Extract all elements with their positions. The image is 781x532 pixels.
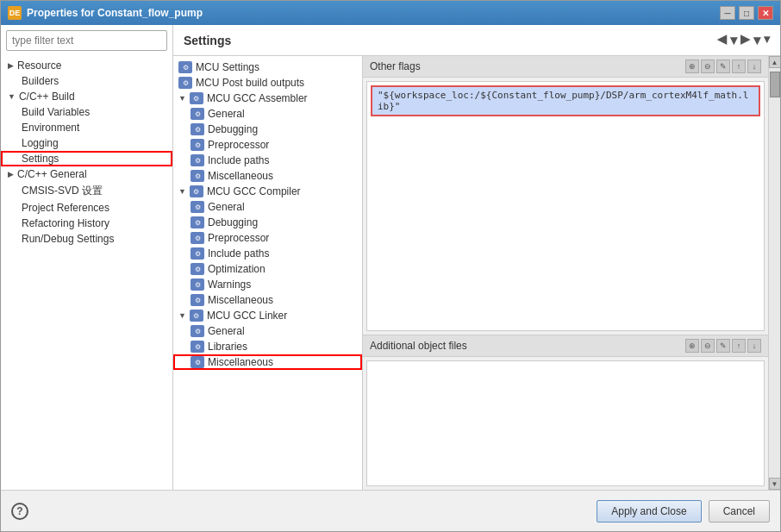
- right-panel: Settings ◀ ▾ ▶ ▾ ▾ ⚙ MCU Settings: [173, 25, 780, 490]
- comp-optimization-icon: ⚙: [191, 263, 204, 275]
- remove-flag-icon[interactable]: ⊖: [701, 59, 715, 73]
- tree-item-builders[interactable]: Builders: [1, 73, 172, 89]
- asm-include-paths-icon: ⚙: [191, 154, 204, 166]
- mid-item-comp-misc[interactable]: ⚙ Miscellaneous: [173, 292, 362, 308]
- mcu-settings-icon: ⚙: [178, 61, 192, 73]
- app-icon: DE: [8, 6, 22, 20]
- mid-item-mcu-assembler[interactable]: ▼ ⚙ MCU GCC Assembler: [173, 91, 362, 106]
- comp-debugging-icon: ⚙: [191, 216, 204, 228]
- comp-general-icon: ⚙: [191, 201, 204, 213]
- comp-include-paths-icon: ⚙: [191, 247, 204, 260]
- cancel-button[interactable]: Cancel: [709, 500, 770, 523]
- asm-misc-icon: ⚙: [191, 170, 204, 182]
- other-flags-icons: ⊕ ⊖ ✎ ↑ ↓: [685, 59, 761, 73]
- mcu-post-build-icon: ⚙: [178, 77, 192, 89]
- right-scrollbar: ▲ ▼: [768, 56, 780, 490]
- main-window: DE Properties for Constant_flow_pump ─ □…: [0, 0, 781, 532]
- comp-warnings-icon: ⚙: [191, 279, 204, 291]
- asm-debugging-icon: ⚙: [191, 123, 204, 135]
- tree-item-environment[interactable]: Environment: [1, 120, 172, 135]
- nav-back-icon[interactable]: ◀: [717, 32, 727, 48]
- additional-header: Additional object files ⊕ ⊖ ✎ ↑ ↓: [363, 335, 768, 357]
- asm-preprocessor-icon: ⚙: [191, 139, 204, 151]
- tree-item-build-variables[interactable]: Build Variables: [1, 104, 172, 120]
- filter-input[interactable]: [6, 30, 167, 51]
- additional-icons: ⊕ ⊖ ✎ ↑ ↓: [685, 339, 761, 353]
- move-down-obj-icon[interactable]: ↓: [747, 339, 761, 353]
- link-misc-icon: ⚙: [191, 356, 204, 368]
- mid-item-comp-preprocessor[interactable]: ⚙ Preprocessor: [173, 230, 362, 246]
- move-up-obj-icon[interactable]: ↑: [732, 339, 746, 353]
- add-flag-icon[interactable]: ⊕: [685, 59, 699, 73]
- mid-item-asm-general[interactable]: ⚙ General: [173, 106, 362, 122]
- maximize-button[interactable]: □: [739, 6, 754, 20]
- edit-obj-icon[interactable]: ✎: [716, 339, 730, 353]
- other-flags-area: "${workspace_loc:/${Constant_flow_pump}/…: [366, 81, 765, 331]
- mid-item-comp-include-paths[interactable]: ⚙ Include paths: [173, 246, 362, 261]
- additional-label: Additional object files: [370, 340, 467, 352]
- left-tree: ▶ Resource Builders ▼ C/C++ Build Build …: [1, 56, 172, 490]
- add-obj-icon[interactable]: ⊕: [685, 339, 699, 353]
- tree-item-refactoring[interactable]: Refactoring History: [1, 216, 172, 231]
- mid-item-mcu-settings[interactable]: ⚙ MCU Settings: [173, 59, 362, 75]
- tree-item-project-references[interactable]: Project References: [1, 200, 172, 216]
- scroll-thumb[interactable]: [770, 72, 780, 97]
- minimize-button[interactable]: ─: [720, 6, 735, 20]
- close-button[interactable]: ✕: [758, 6, 773, 20]
- mid-item-comp-warnings[interactable]: ⚙ Warnings: [173, 277, 362, 292]
- mcu-assembler-icon: ⚙: [190, 92, 203, 104]
- mid-item-comp-debugging[interactable]: ⚙ Debugging: [173, 215, 362, 230]
- mid-item-link-misc[interactable]: ⚙ Miscellaneous: [173, 354, 362, 370]
- mid-item-mcu-post-build[interactable]: ⚙ MCU Post build outputs: [173, 75, 362, 91]
- other-flags-header: Other flags ⊕ ⊖ ✎ ↑ ↓: [363, 56, 768, 78]
- titlebar-left: DE Properties for Constant_flow_pump: [8, 6, 203, 20]
- mid-item-asm-debugging[interactable]: ⚙ Debugging: [173, 122, 362, 137]
- mid-item-asm-preprocessor[interactable]: ⚙ Preprocessor: [173, 137, 362, 153]
- help-button[interactable]: ?: [11, 503, 28, 520]
- mid-item-link-libraries[interactable]: ⚙ Libraries: [173, 339, 362, 354]
- remove-obj-icon[interactable]: ⊖: [701, 339, 715, 353]
- left-panel: ▶ Resource Builders ▼ C/C++ Build Build …: [1, 25, 173, 490]
- tree-item-ccgeneral[interactable]: ▶ C/C++ General: [1, 166, 172, 182]
- tree-item-ccbuild[interactable]: ▼ C/C++ Build: [1, 89, 172, 104]
- mid-item-asm-misc[interactable]: ⚙ Miscellaneous: [173, 168, 362, 184]
- mid-item-mcu-linker[interactable]: ▼ ⚙ MCU GCC Linker: [173, 308, 362, 323]
- tree-item-resource[interactable]: ▶ Resource: [1, 58, 172, 73]
- bottom-buttons: Apply and Close Cancel: [597, 500, 770, 523]
- flags-entry: "${workspace_loc:/${Constant_flow_pump}/…: [371, 85, 760, 116]
- middle-tree: ⚙ MCU Settings ⚙ MCU Post build outputs …: [173, 56, 363, 490]
- mid-item-mcu-compiler[interactable]: ▼ ⚙ MCU GCC Compiler: [173, 184, 362, 199]
- link-libraries-icon: ⚙: [191, 341, 204, 353]
- tree-item-settings[interactable]: Settings: [1, 151, 172, 166]
- tree-item-rundebug[interactable]: Run/Debug Settings: [1, 231, 172, 247]
- tree-item-logging[interactable]: Logging: [1, 135, 172, 151]
- titlebar-controls: ─ □ ✕: [720, 6, 773, 20]
- settings-content: Other flags ⊕ ⊖ ✎ ↑ ↓ "${workspac: [363, 56, 768, 490]
- settings-title: Settings: [184, 34, 231, 47]
- comp-preprocessor-icon: ⚙: [191, 232, 204, 244]
- titlebar: DE Properties for Constant_flow_pump ─ □…: [1, 1, 780, 25]
- scroll-down-arrow[interactable]: ▼: [769, 478, 781, 490]
- settings-body: ⚙ MCU Settings ⚙ MCU Post build outputs …: [173, 56, 780, 490]
- nav-forward-icon[interactable]: ▶: [740, 32, 750, 48]
- move-down-flag-icon[interactable]: ↓: [747, 59, 761, 73]
- mcu-linker-icon: ⚙: [190, 310, 203, 322]
- settings-header: Settings ◀ ▾ ▶ ▾ ▾: [173, 25, 780, 56]
- move-up-flag-icon[interactable]: ↑: [732, 59, 746, 73]
- link-general-icon: ⚙: [191, 325, 204, 337]
- apply-close-button[interactable]: Apply and Close: [597, 500, 701, 523]
- mid-item-asm-include-paths[interactable]: ⚙ Include paths: [173, 153, 362, 168]
- mid-item-comp-general[interactable]: ⚙ General: [173, 199, 362, 215]
- asm-general-icon: ⚙: [191, 108, 204, 120]
- additional-section: Additional object files ⊕ ⊖ ✎ ↑ ↓: [363, 335, 768, 490]
- main-content: ▶ Resource Builders ▼ C/C++ Build Build …: [1, 25, 780, 490]
- bottom-bar: ? Apply and Close Cancel: [1, 490, 780, 531]
- comp-misc-icon: ⚙: [191, 294, 204, 306]
- scroll-up-arrow[interactable]: ▲: [769, 56, 781, 68]
- mid-item-link-general[interactable]: ⚙ General: [173, 323, 362, 339]
- edit-flag-icon[interactable]: ✎: [716, 59, 730, 73]
- mid-item-comp-optimization[interactable]: ⚙ Optimization: [173, 261, 362, 277]
- tree-item-cmsis[interactable]: CMSIS-SVD 设置: [1, 182, 172, 200]
- settings-nav: ◀ ▾ ▶ ▾ ▾: [717, 32, 770, 48]
- nav-menu-icon[interactable]: ▾: [764, 32, 770, 48]
